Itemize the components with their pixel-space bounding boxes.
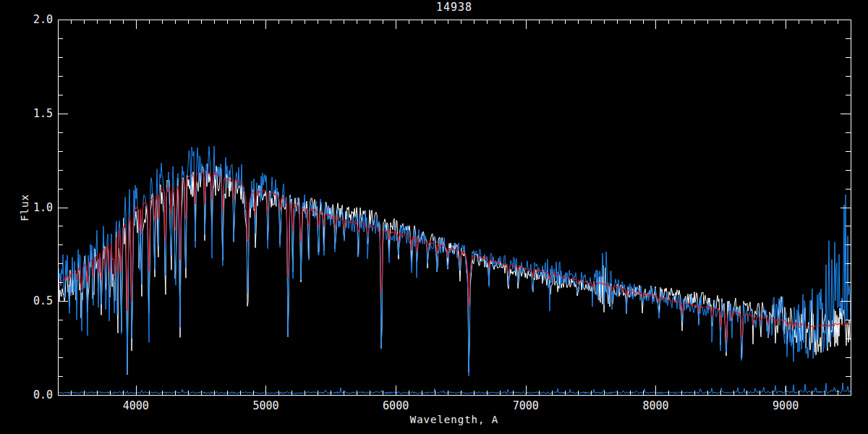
x-axis-label: Wavelength, A	[58, 414, 851, 425]
spectrum-plot-window: 4000500060007000800090000.00.51.01.52.0 …	[0, 0, 868, 434]
y-tick-label: 2.0	[33, 13, 53, 26]
x-tick-label: 8000	[642, 399, 668, 412]
y-axis-label: Flux	[19, 194, 30, 221]
y-tick-label: 0.5	[33, 294, 53, 307]
observed-spectrum-path	[58, 146, 851, 376]
spectrum-plot-svg: 4000500060007000800090000.00.51.01.52.0	[0, 0, 868, 434]
spectra-layer	[58, 146, 851, 393]
tick-labels: 4000500060007000800090000.00.51.01.52.0	[33, 13, 799, 412]
model-fit-path	[58, 171, 851, 340]
x-tick-label: 4000	[123, 399, 149, 412]
x-tick-label: 7000	[513, 399, 539, 412]
x-tick-label: 9000	[773, 399, 799, 412]
y-tick-label: 1.0	[33, 201, 53, 214]
x-tick-label: 6000	[383, 399, 409, 412]
y-tick-label: 1.5	[33, 107, 53, 120]
sky-spectrum-path	[58, 383, 851, 393]
y-tick-label: 0.0	[33, 388, 53, 401]
chart-title: 14938	[58, 1, 851, 14]
x-tick-label: 5000	[252, 399, 278, 412]
